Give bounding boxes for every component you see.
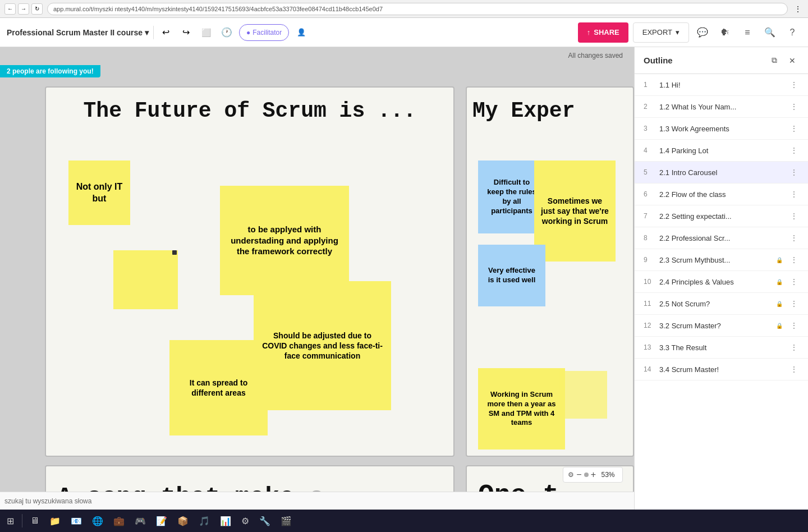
outline-item-8[interactable]: 8 2.2 Professional Scr... ⋮	[635, 227, 808, 249]
outline-item-13[interactable]: 13 3.3 The Result ⋮	[635, 337, 808, 359]
outline-item-more-1[interactable]: ⋮	[789, 80, 799, 90]
taskbar-software[interactable]: 📦	[173, 512, 193, 530]
outline-item-num-7: 7	[644, 212, 655, 220]
outline-item-10[interactable]: 10 2.4 Principles & Values 🔒 ⋮	[635, 271, 808, 293]
taskbar-spreadsheet[interactable]: 📊	[215, 512, 236, 530]
taskbar-task-manager[interactable]: 🖥	[26, 512, 44, 530]
outline-item-more-4[interactable]: ⋮	[789, 145, 799, 155]
taskbar-mail[interactable]: 📧	[66, 512, 86, 530]
browser-actions[interactable]: ⋮	[792, 3, 804, 15]
back-button[interactable]: ←	[4, 3, 16, 15]
outline-item-3[interactable]: 3 1.3 Work Agreements ⋮	[635, 118, 808, 140]
outline-item-more-2[interactable]: ⋮	[789, 102, 799, 112]
taskbar-tools[interactable]: 🔧	[255, 512, 275, 530]
address-bar[interactable]: app.mural.co/t/myszki ntesty4140/m/myszk…	[47, 3, 788, 15]
zoom-indicator	[584, 473, 589, 477]
outline-item-label-6: 2.2 Flow of the class	[659, 190, 784, 199]
history-button[interactable]: 🕐	[219, 25, 235, 40]
zoom-out-button[interactable]: −	[576, 470, 581, 480]
outline-sidebar-toggle-icon[interactable]: ⧉	[768, 54, 781, 67]
sticky-very-effective[interactable]: Very effective is it used well	[478, 245, 545, 306]
outline-item-6[interactable]: 6 2.2 Flow of the class ⋮	[635, 184, 808, 205]
outline-item-num-6: 6	[644, 190, 655, 198]
taskbar-settings[interactable]: ⚙	[237, 512, 254, 530]
music-icon: 🎵	[199, 516, 210, 526]
outline-item-label-12: 3.2 Scrum Master?	[659, 322, 770, 330]
taskbar-music[interactable]: 🎵	[194, 512, 214, 530]
windows-icon: ⊞	[7, 516, 14, 526]
redo-button[interactable]: ↪	[178, 25, 194, 40]
outline-item-more-11[interactable]: ⋮	[789, 299, 799, 309]
browser-controls[interactable]: ← → ↻	[4, 3, 43, 15]
outline-item-14[interactable]: 14 3.4 Scrum Master! ⋮	[635, 359, 808, 380]
export-button[interactable]: EXPORT ▾	[633, 22, 689, 43]
sticky-empty-2[interactable]	[559, 371, 607, 419]
undo-button[interactable]: ↩	[158, 25, 174, 40]
taskbar-browser[interactable]: 🌐	[88, 512, 108, 530]
outline-item-more-3[interactable]: ⋮	[789, 123, 799, 134]
zoom-level[interactable]: 53%	[598, 471, 618, 479]
outline-item-more-12[interactable]: ⋮	[789, 320, 799, 331]
sticky-it-can-spread[interactable]: It can spread to different areas	[169, 340, 268, 435]
lock-icon-10: 🔒	[774, 277, 784, 287]
outline-item-7[interactable]: 7 2.2 Setting expectati... ⋮	[635, 205, 808, 227]
outline-item-more-10[interactable]: ⋮	[789, 277, 799, 287]
outline-item-more-5[interactable]: ⋮	[789, 167, 799, 177]
outline-item-11[interactable]: 11 2.5 Not Scrum? 🔒 ⋮	[635, 293, 808, 315]
outline-item-9[interactable]: 9 2.3 Scrum Mythbust... 🔒 ⋮	[635, 249, 808, 271]
list-icon[interactable]: ≡	[738, 24, 756, 42]
outline-item-label-11: 2.5 Not Scrum?	[659, 300, 770, 308]
panel-title-future-scrum: The Future of Scrum is ...	[46, 88, 453, 129]
sticky-not-only-it[interactable]: Not only IT but	[68, 160, 130, 225]
reload-button[interactable]: ↻	[31, 3, 43, 15]
project-name[interactable]: Professional Scrum Master II course ▾	[7, 28, 149, 37]
outline-item-1[interactable]: 1 1.1 Hi! ⋮	[635, 74, 808, 96]
sticky-empty-1[interactable]	[113, 250, 178, 309]
taskbar-file-explorer[interactable]: 📁	[45, 512, 65, 530]
outline-close-icon[interactable]: ✕	[786, 54, 799, 67]
outline-item-num-3: 3	[644, 125, 655, 132]
outline-item-label-10: 2.4 Principles & Values	[659, 278, 770, 286]
app-toolbar: Professional Scrum Master II course ▾ ↩ …	[0, 18, 808, 47]
outline-item-4[interactable]: 4 1.4 Parking Lot ⋮	[635, 140, 808, 162]
zoom-tools-icon[interactable]: ⚙	[568, 471, 574, 479]
taskbar-notepad[interactable]: 📝	[152, 512, 172, 530]
taskbar-games[interactable]: 🎮	[130, 512, 150, 530]
outline-item-more-14[interactable]: ⋮	[789, 364, 799, 374]
frame-button[interactable]: ⬜	[199, 25, 214, 40]
taskbar-portfolio[interactable]: 💼	[109, 512, 129, 530]
outline-item-2[interactable]: 2 1.2 What Is Your Nam... ⋮	[635, 96, 808, 118]
zoom-in-button[interactable]: +	[591, 470, 596, 480]
outline-item-5[interactable]: 5 2.1 Intro Carousel ⋮	[635, 162, 808, 184]
outline-header-icons[interactable]: ⧉ ✕	[768, 54, 799, 67]
feedback-icon[interactable]: 🗣	[716, 24, 734, 42]
search-bar[interactable]: szukaj tu wyszukiwana słowa	[0, 492, 634, 510]
help-icon[interactable]: ?	[783, 24, 801, 42]
outline-item-more-6[interactable]: ⋮	[789, 189, 799, 199]
user-icon[interactable]: 👤	[293, 25, 309, 40]
outline-item-more-13[interactable]: ⋮	[789, 342, 799, 352]
share-icon: ↑	[587, 28, 591, 36]
outline-item-more-9[interactable]: ⋮	[789, 255, 799, 265]
extensions-icon[interactable]: ⋮	[792, 3, 804, 15]
outline-item-more-8[interactable]: ⋮	[789, 233, 799, 243]
taskbar-start[interactable]: ⊞	[2, 512, 19, 530]
outline-item-more-7[interactable]: ⋮	[789, 211, 799, 221]
browser-bar: ← → ↻ app.mural.co/t/myszki ntesty4140/m…	[0, 0, 808, 18]
sticky-working-scrum[interactable]: Working in Scrum more then a year as SM …	[478, 368, 565, 450]
software-icon: 📦	[177, 516, 189, 526]
zoom-controls[interactable]: ⚙ − + 53%	[563, 467, 623, 483]
outline-item-label-13: 3.3 The Result	[659, 343, 784, 352]
comment-icon[interactable]: 💬	[694, 24, 711, 42]
taskbar-video[interactable]: 🎬	[276, 512, 296, 530]
forward-button[interactable]: →	[18, 3, 29, 15]
share-button[interactable]: ↑ SHARE	[578, 22, 628, 43]
sticky-should-be-adjusted[interactable]: Should be adjusted due to COVID changes …	[254, 281, 391, 410]
facilitator-button[interactable]: ● Facilitator	[239, 24, 289, 41]
sticky-to-be-applyed[interactable]: to be applyed with understading and appl…	[220, 186, 349, 295]
outline-item-label-4: 1.4 Parking Lot	[659, 146, 784, 155]
search-icon[interactable]: 🔍	[761, 24, 779, 42]
outline-item-12[interactable]: 12 3.2 Scrum Master? 🔒 ⋮	[635, 315, 808, 337]
canvas-area[interactable]: 2 people are following you! All changes …	[0, 47, 634, 532]
sticky-sometimes[interactable]: Sometimes we just say that we're working…	[534, 160, 616, 262]
